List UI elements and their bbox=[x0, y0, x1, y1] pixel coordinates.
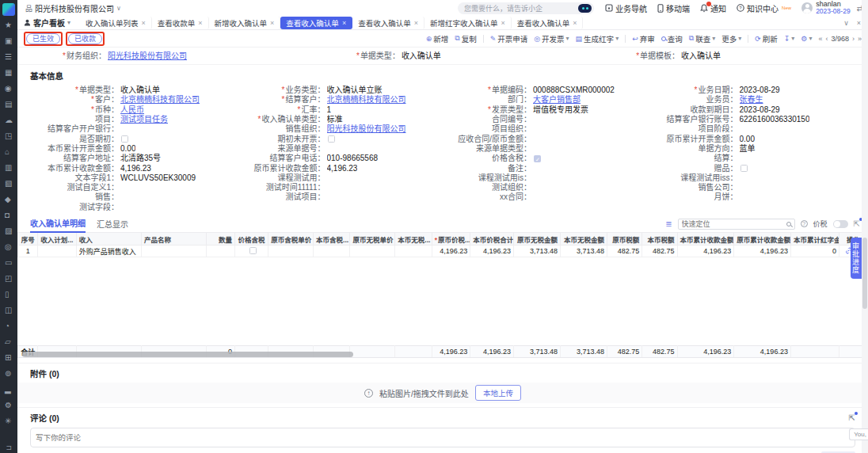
toolbar-button-弃审[interactable]: ↩弃审 bbox=[632, 33, 655, 44]
sidebar-icon-briefcase[interactable]: ▥ bbox=[5, 160, 13, 176]
column-header[interactable]: 原币含税单价 bbox=[268, 233, 314, 246]
price-tax-toggle[interactable] bbox=[833, 220, 848, 228]
sidebar-icon-user[interactable]: ◉ bbox=[5, 81, 13, 97]
tabbar-close-icon[interactable]: × bbox=[857, 19, 861, 27]
tab-3[interactable]: 新增收入确认单× bbox=[209, 17, 281, 29]
nav-business-guide[interactable]: 业务导航 bbox=[605, 2, 647, 14]
sidebar-icon-shield[interactable]: ◆ bbox=[5, 192, 13, 207]
field-value-link[interactable]: 北京楠楠科技有限公司 bbox=[327, 95, 406, 105]
field-value-link[interactable]: 阳光科技股份有限公司 bbox=[108, 51, 187, 61]
table-row[interactable]: 1外购产品销售收入4,196.234,196.233,713.483,713.4… bbox=[18, 246, 868, 257]
next-page-icon[interactable]: › bbox=[852, 35, 855, 43]
sidebar-icon-layers[interactable]: ☰ bbox=[5, 49, 13, 65]
sidebar-icon-form[interactable]: ▤ bbox=[5, 97, 13, 112]
toolbar-button-刷新[interactable]: ⟳刷新 bbox=[755, 33, 778, 44]
column-header[interactable]: *原币价税... bbox=[432, 233, 470, 246]
column-header[interactable]: 本币无税... bbox=[395, 233, 432, 246]
checkbox[interactable] bbox=[328, 135, 335, 143]
sidebar-icon-bar-chart[interactable]: ▂ bbox=[5, 382, 13, 398]
sidebar-icon-star[interactable]: ★ bbox=[5, 17, 13, 33]
column-header[interactable]: 本币含税... bbox=[314, 233, 350, 246]
tab-close-icon[interactable]: × bbox=[270, 19, 274, 27]
sidebar-icon-asterisk[interactable]: ✳ bbox=[5, 413, 13, 429]
toolbar-button-开发票[interactable]: ◎开发票▾ bbox=[534, 33, 569, 44]
quick-locate-search[interactable] bbox=[678, 219, 795, 230]
nav-notifications[interactable]: 通知 bbox=[700, 2, 726, 14]
column-header[interactable]: 序号 bbox=[18, 233, 38, 246]
upload-dropzone[interactable]: ↑ 粘贴图片/拖拽文件到此处 本地上传 bbox=[17, 383, 868, 403]
column-header[interactable]: 本币累计红字金额 bbox=[790, 233, 839, 246]
tab-close-icon[interactable]: × bbox=[342, 19, 346, 27]
field-value-link[interactable]: 阳光科技股份有限公司 bbox=[327, 124, 406, 134]
column-header[interactable]: 原币税额 bbox=[607, 233, 642, 246]
toolbar-button-复制[interactable]: ⧉复制 bbox=[455, 33, 476, 44]
prev-page-icon[interactable]: ‹ bbox=[825, 35, 828, 43]
approval-progress-tab[interactable]: 审批进度 bbox=[851, 238, 862, 279]
tab-close-icon[interactable]: × bbox=[142, 19, 146, 27]
board-selector[interactable]: 客户看板 ▾ bbox=[24, 17, 70, 29]
global-search-input[interactable]: 您需要什么，请告诉小企 bbox=[458, 2, 594, 14]
sidebar-icon-gear[interactable]: ⚙ bbox=[5, 398, 13, 413]
sidebar-icon-card[interactable]: ▭ bbox=[5, 255, 13, 271]
expand-table-icon[interactable]: ⇱ bbox=[854, 219, 860, 228]
user-meta[interactable]: shanlan 2023-08-29 bbox=[816, 1, 850, 15]
sidebar-icon-cart[interactable]: ◳ bbox=[5, 128, 13, 144]
column-header[interactable]: 原币无税单价 bbox=[350, 233, 395, 246]
sidebar-icon-gift[interactable]: ◰ bbox=[5, 271, 13, 287]
tab-2[interactable]: 查看收款单× bbox=[152, 17, 209, 29]
tab-6[interactable]: 新增红字收入确认单× bbox=[424, 17, 512, 29]
tab-4[interactable]: 查看收入确认单× bbox=[280, 17, 352, 29]
column-header[interactable]: 价格含税 bbox=[235, 233, 268, 246]
help-icon[interactable]: ? bbox=[801, 220, 808, 227]
field-value-link[interactable]: 张春生 bbox=[740, 95, 763, 105]
column-header[interactable]: 数量 bbox=[207, 233, 235, 246]
toolbar-button-开票申请[interactable]: ✎开票申请 bbox=[490, 33, 528, 44]
tabbar-collapse-icon[interactable]: ∨ bbox=[843, 19, 849, 27]
expand-comments-icon[interactable]: ⇱ bbox=[849, 413, 855, 422]
comment-input[interactable] bbox=[30, 428, 855, 447]
quick-locate-input[interactable] bbox=[682, 220, 786, 228]
rail-collapse-icon[interactable]: ⊐ bbox=[6, 443, 12, 451]
sidebar-icon-dashboard[interactable]: ▦ bbox=[5, 65, 13, 81]
assistant-robot-icon[interactable] bbox=[578, 4, 592, 13]
column-header[interactable]: 产品名称 bbox=[141, 233, 206, 246]
field-value-link[interactable]: 测试项目任务 bbox=[120, 115, 168, 124]
tab-close-icon[interactable]: × bbox=[573, 19, 577, 27]
tab-5[interactable]: 查看收入确认单× bbox=[352, 17, 424, 29]
first-page-icon[interactable]: « bbox=[818, 35, 822, 43]
column-header[interactable]: 本币价税合计 bbox=[470, 233, 514, 246]
settings[interactable]: ⚙▾ bbox=[801, 35, 812, 43]
checkbox[interactable] bbox=[121, 135, 128, 143]
tab-7[interactable]: 查看收入确认单× bbox=[512, 17, 584, 29]
sidebar-icon-save[interactable]: ◫ bbox=[5, 303, 13, 318]
toolbar-button-联查[interactable]: ⧉联查▾ bbox=[689, 33, 715, 44]
tab-1[interactable]: 收入确认单列表× bbox=[80, 17, 152, 29]
row-checkbox[interactable] bbox=[249, 247, 257, 254]
tab-close-icon[interactable]: × bbox=[198, 19, 202, 27]
toolbar-button-更多[interactable]: 更多▾ bbox=[721, 33, 741, 44]
field-value-link[interactable]: 北京楠楠科技有限公司 bbox=[120, 95, 200, 105]
download[interactable]: ↧▾ bbox=[784, 35, 795, 43]
sidebar-icon-report[interactable]: ▨ bbox=[5, 223, 13, 239]
column-header[interactable]: 收入 bbox=[76, 233, 141, 246]
checkbox[interactable] bbox=[534, 155, 541, 162]
org-selector[interactable]: 品 阳光科技股份有限公司 ∨ bbox=[25, 2, 121, 14]
sidebar-icon-bell[interactable]: ◎ bbox=[5, 239, 13, 255]
sidebar-icon-book[interactable]: ▧ bbox=[5, 176, 13, 192]
detail-tab-1[interactable]: 收入确认单明细 bbox=[30, 215, 86, 233]
toolbar-button-生成红字[interactable]: ▤生成红字▾ bbox=[576, 33, 619, 44]
column-header[interactable]: 原币累计收款金额 bbox=[734, 233, 791, 246]
column-header[interactable]: 本币税额 bbox=[642, 233, 677, 246]
sidebar-icon-apps[interactable]: ⊞ bbox=[5, 350, 13, 366]
local-upload-button[interactable]: 本地上传 bbox=[475, 385, 521, 401]
toolbar-button-查询[interactable]: 查询 bbox=[661, 33, 683, 44]
sidebar-icon-building[interactable]: ⌂ bbox=[5, 144, 13, 160]
sidebar-icon-bag[interactable]: ◘ bbox=[5, 207, 13, 223]
sidebar-icon-folder-alt[interactable]: ▱ bbox=[5, 334, 13, 350]
sidebar-icon-cloud[interactable]: ☁ bbox=[5, 112, 13, 128]
horizontal-scrollbar[interactable] bbox=[22, 352, 353, 357]
sidebar-icon-folder[interactable]: ▣ bbox=[5, 33, 13, 49]
column-header[interactable]: 本币累计收款金额 bbox=[677, 233, 734, 246]
sidebar-icon-globe[interactable]: ⊚ bbox=[5, 366, 13, 382]
sidebar-icon-badge[interactable]: ▯ bbox=[5, 287, 13, 303]
